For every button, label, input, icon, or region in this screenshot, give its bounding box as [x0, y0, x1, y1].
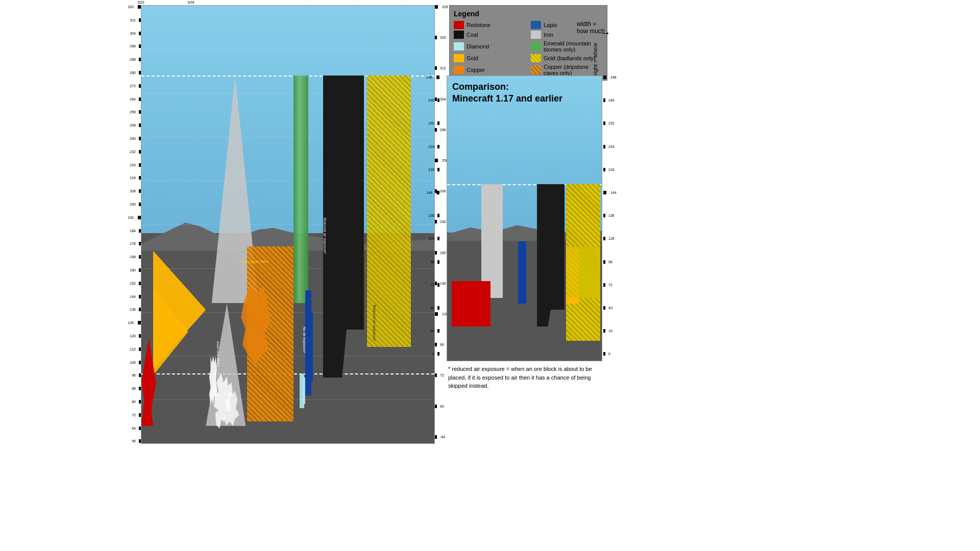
- legend-diamond-label: Diamond: [467, 43, 489, 49]
- iron-color: [531, 31, 541, 39]
- coal-color: [454, 31, 464, 39]
- comp-redstone: [452, 281, 491, 327]
- comp-right-ruler: 248 240 232 224 216 144 136 128 96 72 40…: [603, 76, 614, 364]
- legend-item-copper: Copper: [454, 64, 526, 76]
- emerald-ore: [293, 76, 308, 303]
- legend-title: Legend: [454, 10, 603, 18]
- legend-item-coal: Coal: [454, 31, 526, 39]
- legend-iron-label: Iron: [544, 32, 553, 38]
- legend-lapis-label: Lapis: [544, 22, 557, 28]
- no-air-label: No air exposure*: [302, 327, 306, 354]
- reduced-air-label-2: Reduced air exposure*: [373, 305, 376, 341]
- copper-dripstone-color: [531, 66, 541, 74]
- gold-color: [454, 54, 464, 62]
- legend-item-gold: Gold: [454, 54, 526, 62]
- legend-item-redstone: Redstone: [454, 21, 526, 29]
- copper-veins-label: Large copper veins: [238, 260, 268, 263]
- left-ruler: 320 312 304 296 288 280 272 264 256 248 …: [123, 5, 141, 444]
- diamond-ore-2: [303, 378, 306, 404]
- legend-copper-label: Copper: [467, 67, 485, 73]
- legend-gold-badlands-label: Gold (badlands only): [544, 55, 596, 61]
- legend-box: Legend Redstone Lapis Coal Iron Diamond …: [449, 5, 607, 81]
- emerald-color: [531, 42, 541, 51]
- lapis-ore-secondary: [308, 312, 313, 382]
- reduced-air-label: Reduced air exposure*: [323, 217, 326, 254]
- gold-badlands-color: [531, 54, 541, 62]
- redstone-color: [454, 21, 464, 29]
- diamond-color: [454, 42, 464, 51]
- comparison-panel: Comparison: Minecraft 1.17 and earlier: [447, 76, 602, 361]
- comparison-title: Comparison: Minecraft 1.17 and earlier: [452, 81, 562, 105]
- arrow-right: →: [600, 27, 611, 40]
- copper-color: [454, 66, 464, 74]
- comp-lapis: [518, 241, 526, 304]
- legend-coal-label: Coal: [467, 32, 478, 38]
- legend-redstone-label: Redstone: [467, 22, 491, 28]
- comp-left-ruler: 248 240 232 224 216 144 136 128 96 72 40…: [430, 76, 439, 364]
- iron-veins-label: Large iron veins: [216, 341, 219, 366]
- footnote: * reduced air exposure = when an ore blo…: [448, 365, 601, 390]
- main-chart: Large iron veins Reduced air exposure* L…: [141, 5, 435, 444]
- legend-item-diamond: Diamond: [454, 40, 526, 53]
- comp-copper-hat: [566, 247, 600, 298]
- legend-gold-label: Gold: [467, 55, 478, 61]
- lapis-color: [531, 21, 541, 29]
